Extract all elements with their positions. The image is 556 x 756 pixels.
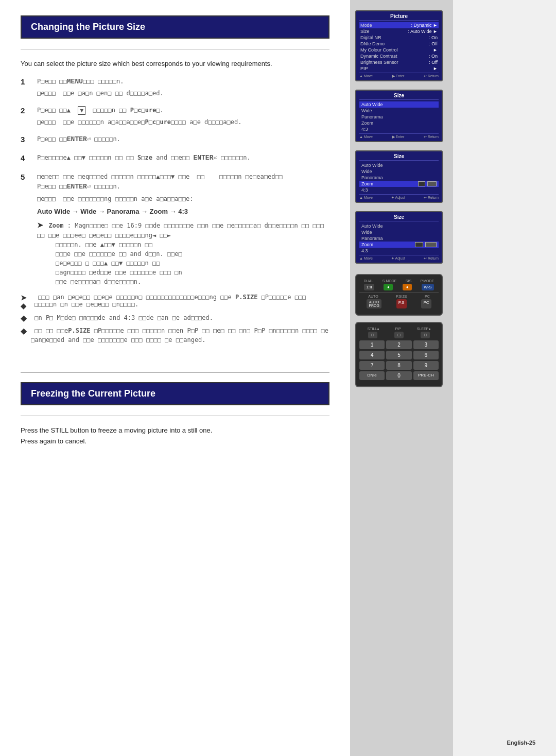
zoom-icon-wide xyxy=(427,181,437,186)
num-6[interactable]: 6 xyxy=(413,351,439,359)
size-nav1: ▲ Move ▶ Enter ↩ Return xyxy=(359,133,439,139)
content-area: Changing the Picture Size You can select… xyxy=(0,0,350,756)
step-1: 1 P□e□□ □□MENU□□□ □□□□□n. □e□□□ □□e □a□n… xyxy=(21,76,329,98)
step-2-number: 2 xyxy=(21,105,31,127)
menu-row-pip: PIP ► xyxy=(359,65,439,72)
note-3: ◆ □□ □□ □□eP.SIZE □P□□□□□e □□□ □□□□□n □□… xyxy=(21,326,329,345)
psize-btn[interactable]: P.S xyxy=(396,299,407,308)
size-nav2: ▲ Move ✦ Adjust ↩ Return xyxy=(359,194,439,200)
size-zoom: Zoom xyxy=(359,120,439,126)
pc-btn[interactable]: PC xyxy=(421,299,431,308)
notes-section: ➤ ◆ □□□ □an □e□e□□ □□e□e □□□□□n□ □□□□□□□… xyxy=(21,294,329,345)
page: Changing the Picture Size You can select… xyxy=(0,0,556,756)
size3-wide: Wide xyxy=(359,229,439,235)
num-5[interactable]: 5 xyxy=(386,351,411,359)
zoom-icon-narrow xyxy=(418,181,425,186)
step-4-content: P□e□□□□e▲ □□▼ □□□□□n □□ □□ S□ze and □□e□… xyxy=(37,152,329,164)
sleep-btn[interactable]: □ xyxy=(421,332,430,338)
freeze-divider xyxy=(21,416,329,416)
pre-ch-btn[interactable]: PRE-CH xyxy=(413,371,439,380)
remote-control-top: DUAL S.MODE SIS P.MODE 1:II ● ● W-S AUTO… xyxy=(355,274,443,316)
size2-panorama: Panorama xyxy=(359,175,439,181)
size-modes: Auto Wide → Wide → Panorama → Zoom → 4:3 xyxy=(37,207,329,217)
sis-btn[interactable]: ● xyxy=(403,284,412,290)
step-4-number: 4 xyxy=(21,152,31,164)
size2-auto-wide: Auto Wide xyxy=(359,162,439,168)
menu-row-dnie: DNIe Demo : Off xyxy=(359,41,439,47)
freeze-top-btns: □ □ □ xyxy=(359,332,439,338)
step-1-content: P□e□□ □□MENU□□□ □□□□□n. □e□□□ □□e □a□n □… xyxy=(37,76,329,98)
size2-43: 4:3 xyxy=(359,187,439,193)
section-gap xyxy=(21,348,329,363)
remote-top-btns: 1:II ● ● W-S xyxy=(359,284,439,290)
tv-screen-size3: Size Auto Wide Wide Panorama Zoom 4:3 ▲ … xyxy=(355,211,443,264)
tv-screen-picture: Picture Mode : Dynamic ► Size : Auto Wid… xyxy=(355,10,443,81)
still-btn[interactable]: □ xyxy=(368,332,377,338)
remote-mid-btns: AUTOPROG P.S PC xyxy=(359,299,439,308)
step-2-content: P□e□□ □□▲ ▼ □□□□□n □□ P□c□ure□. □e□□□ □□… xyxy=(37,105,329,127)
remote-freeze: STILL● PIP SLEEP● □ □ □ 1 2 3 4 5 6 7 8 … xyxy=(355,322,443,387)
freeze-top-labels: STILL● PIP SLEEP● xyxy=(359,327,439,331)
num-3[interactable]: 3 xyxy=(413,340,439,349)
dual-btn[interactable]: 1:II xyxy=(364,284,374,290)
pip-btn[interactable]: □ xyxy=(394,332,404,338)
step-5: 5 □e□e□□ □□e □eq□□□ed □□□□□n □□□□□▲□□□▼ … xyxy=(21,171,329,286)
section1-header: Changing the Picture Size xyxy=(21,15,329,39)
right-sidebar: Picture Mode : Dynamic ► Size : Auto Wid… xyxy=(350,0,453,756)
num-7[interactable]: 7 xyxy=(359,361,385,370)
size2-wide: Wide xyxy=(359,168,439,175)
page-number: English-25 xyxy=(507,740,535,746)
section1-intro: You can select the picture size which be… xyxy=(21,59,329,69)
size-wide: Wide xyxy=(359,108,439,114)
section1-title: Changing the Picture Size xyxy=(31,22,145,32)
pmode-btn[interactable]: W-S xyxy=(422,284,433,290)
step-5-number: 5 xyxy=(21,171,31,286)
step-3: 3 P□e□□ □□ENTER⏎ □□□□□n. xyxy=(21,134,329,146)
num-1[interactable]: 1 xyxy=(359,340,385,349)
step-3-number: 3 xyxy=(21,134,31,146)
num-4[interactable]: 4 xyxy=(359,351,385,359)
tv-nav-picture: ▲ Move ▶ Enter ↩ Return xyxy=(359,73,439,78)
num-9[interactable]: 9 xyxy=(413,361,439,370)
menu-row-size: Size : Auto Wide ► xyxy=(359,28,439,35)
size-auto-wide: Auto Wide xyxy=(359,101,439,108)
mid-divider xyxy=(21,372,329,373)
freeze-section: Press the STILL button to freeze a movin… xyxy=(21,425,329,447)
zoom-icon2-wide xyxy=(425,242,437,247)
remote-top-labels: DUAL S.MODE SIS P.MODE xyxy=(359,279,439,283)
size3-auto-wide: Auto Wide xyxy=(359,223,439,229)
menu-row-colour: My Colour Control ► xyxy=(359,47,439,53)
num-8[interactable]: 8 xyxy=(386,361,411,370)
step-5-content: □e□e□□ □□e □eq□□□ed □□□□□n □□□□□▲□□□▼ □□… xyxy=(37,171,329,286)
num-0[interactable]: 0 xyxy=(386,371,411,380)
menu-row-brightness: Brightness Sensor : Off xyxy=(359,59,439,65)
steps-list: 1 P□e□□ □□MENU□□□ □□□□□n. □e□□□ □□e □a□n… xyxy=(21,76,329,286)
size-43: 4:3 xyxy=(359,126,439,132)
num-2[interactable]: 2 xyxy=(386,340,411,349)
size3-zoom: Zoom xyxy=(359,242,439,248)
auto-prog-btn[interactable]: AUTOPROG xyxy=(367,299,381,308)
num-grid: 1 2 3 4 5 6 7 8 9 DNIe 0 PRE-CH xyxy=(359,340,439,380)
note-1: ➤ ◆ □□□ □an □e□e□□ □□e□e □□□□□n□ □□□□□□□… xyxy=(21,294,329,310)
remote-mid-labels: AUTO P.SIZE PC xyxy=(359,295,439,298)
step-4: 4 P□e□□□□e▲ □□▼ □□□□□n □□ □□ S□ze and □□… xyxy=(21,152,329,164)
zoom-icon2-narrow xyxy=(415,242,423,247)
menu-row-dnr: Digital NR : On xyxy=(359,35,439,41)
menu-row-contrast: Dynamic Contrast : On xyxy=(359,53,439,59)
step-3-content: P□e□□ □□ENTER⏎ □□□□□n. xyxy=(37,134,329,146)
note-2: ◆ □n P□ M□de□ □n□□□de and 4:3 □□de □an □… xyxy=(21,313,329,323)
tv-screen-size2: Size Auto Wide Wide Panorama Zoom 4:3 ▲ … xyxy=(355,150,443,203)
size-panorama: Panorama xyxy=(359,114,439,120)
freeze-intro: Press the STILL button to freeze a movin… xyxy=(21,425,329,447)
step-1-number: 1 xyxy=(21,76,31,98)
size-screen1-title: Size xyxy=(359,93,439,100)
smode-btn[interactable]: ● xyxy=(384,284,393,290)
step-2: 2 P□e□□ □□▲ ▼ □□□□□n □□ P□c□ure□. □e□□□ … xyxy=(21,105,329,127)
top-divider xyxy=(21,49,329,49)
size-nav3: ▲ Move ✦ Adjust ↩ Return xyxy=(359,255,439,261)
size3-panorama: Panorama xyxy=(359,235,439,242)
tv-screen-size1: Size Auto Wide Wide Panorama Zoom 4:3 ▲ … xyxy=(355,90,443,142)
dnie-btn[interactable]: DNIe xyxy=(359,371,385,380)
size3-43: 4:3 xyxy=(359,248,439,254)
section2-title: Freezing the Current Picture xyxy=(31,388,155,399)
